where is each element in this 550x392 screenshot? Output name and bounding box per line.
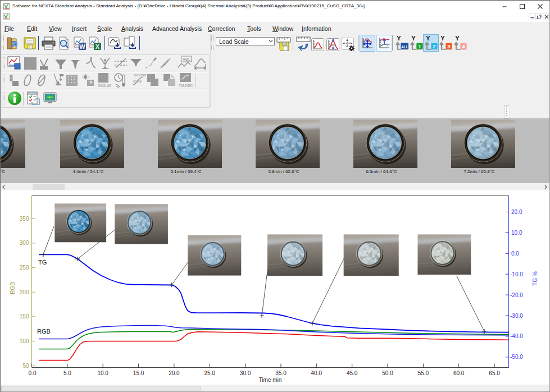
svg-text:TM-DSC: TM-DSC <box>179 84 193 88</box>
svg-text:2: 2 <box>433 43 435 49</box>
svg-text:50.0: 50.0 <box>382 370 393 376</box>
svg-text:Y: Y <box>455 35 460 42</box>
svg-text:20.0: 20.0 <box>511 209 522 215</box>
svg-text:RGB: RGB <box>10 282 16 294</box>
svg-text:5.0: 5.0 <box>63 370 71 376</box>
svg-text:25.0: 25.0 <box>204 370 216 376</box>
svg-text:150: 150 <box>20 313 29 320</box>
svg-text:X: X <box>96 43 100 50</box>
svg-text:30.0: 30.0 <box>240 370 251 376</box>
svg-text:Y: Y <box>411 35 416 42</box>
svg-text:300: 300 <box>20 240 29 246</box>
svg-text:10.0: 10.0 <box>511 230 522 236</box>
svg-text:10.0: 10.0 <box>97 370 108 376</box>
svg-text:55.0: 55.0 <box>418 370 429 376</box>
svg-text:250: 250 <box>20 265 29 271</box>
svg-text:65.0: 65.0 <box>489 370 500 376</box>
svg-text:Time min: Time min <box>259 377 282 383</box>
svg-text:4: 4 <box>462 43 465 49</box>
svg-text:45.0: 45.0 <box>347 370 358 376</box>
svg-text:100: 100 <box>20 338 29 344</box>
svg-text:35.0: 35.0 <box>275 370 287 376</box>
svg-text:Y: Y <box>397 35 401 42</box>
svg-text:RGB: RGB <box>37 328 51 335</box>
svg-text:350: 350 <box>20 216 29 222</box>
svg-text:3: 3 <box>447 43 450 49</box>
svg-text:40.0: 40.0 <box>311 370 322 376</box>
svg-text:DMA ΔE: DMA ΔE <box>98 84 111 88</box>
svg-text:20.0: 20.0 <box>169 370 180 376</box>
svg-text:0.0: 0.0 <box>511 250 519 257</box>
svg-text:-10.0: -10.0 <box>510 271 523 277</box>
svg-text:Y: Y <box>440 35 445 42</box>
svg-text:TG: TG <box>38 259 47 266</box>
svg-text:MAX: MAX <box>330 44 336 47</box>
svg-text:ALL: ALL <box>401 45 408 49</box>
svg-text:15.0: 15.0 <box>133 370 144 376</box>
svg-text:TG %: TG % <box>532 271 538 286</box>
svg-text:Y: Y <box>426 35 430 42</box>
svg-text:50: 50 <box>22 363 29 369</box>
svg-text:60.0: 60.0 <box>453 370 465 376</box>
svg-text:W: W <box>79 43 85 50</box>
svg-text:MASTER: MASTER <box>134 74 146 77</box>
svg-text:0.0: 0.0 <box>29 370 37 376</box>
svg-text:1: 1 <box>418 43 421 49</box>
svg-text:200: 200 <box>20 289 29 295</box>
svg-text:-30.0: -30.0 <box>510 313 523 319</box>
svg-text:ABC..: ABC.. <box>183 57 192 61</box>
svg-text:-50.0: -50.0 <box>510 354 523 360</box>
svg-text:-20.0: -20.0 <box>510 292 523 298</box>
svg-text:-40.0: -40.0 <box>510 333 523 339</box>
svg-text:curve: curve <box>133 79 142 83</box>
